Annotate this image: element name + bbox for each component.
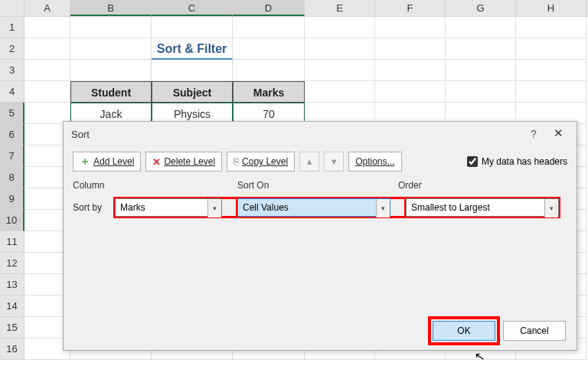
col-header-b[interactable]: B	[70, 0, 152, 16]
move-down-button[interactable]: ▼	[324, 152, 344, 172]
chevron-down-icon: ▾	[376, 199, 390, 217]
col-header-g[interactable]: G	[446, 0, 516, 16]
row-header[interactable]: 8	[0, 167, 24, 188]
dialog-footer: OK Cancel	[433, 321, 566, 341]
column-headers: A B C D E F G H	[0, 0, 588, 17]
options-button[interactable]: Options...	[348, 152, 401, 172]
row-header[interactable]: 1	[0, 17, 24, 38]
col-header-c[interactable]: C	[152, 0, 233, 16]
row-header[interactable]: 10	[0, 210, 24, 231]
row-header[interactable]: 5	[0, 103, 24, 124]
copy-level-button[interactable]: ⎘Copy Level	[227, 152, 295, 172]
row-header[interactable]: 6	[0, 124, 24, 145]
dialog-body: Column Sort On Order Sort by Marks ▾ Cel…	[64, 177, 577, 224]
delete-level-button[interactable]: ✕Delete Level	[145, 152, 222, 172]
row-header[interactable]: 12	[0, 253, 24, 274]
headers-checkbox[interactable]	[467, 156, 478, 167]
cancel-button[interactable]: Cancel	[503, 321, 566, 341]
col-header-h[interactable]: H	[516, 0, 586, 16]
dialog-toolbar: ＋Add Level ✕Delete Level ⎘Copy Level ▲ ▼…	[64, 146, 577, 177]
headers-checkbox-wrap[interactable]: My data has headers	[467, 156, 567, 167]
sort-level-row: Sort by Marks ▾ Cell Values ▾ Smallest t…	[73, 197, 567, 218]
chevron-down-icon: ▾	[207, 199, 221, 217]
sort-order-combo[interactable]: Smallest to Largest ▾	[406, 198, 559, 217]
copy-icon: ⎘	[234, 156, 239, 167]
add-level-button[interactable]: ＋Add Level	[73, 152, 141, 172]
row-header[interactable]: 9	[0, 188, 24, 210]
sort-by-label: Sort by	[73, 202, 115, 213]
row-header[interactable]: 11	[0, 231, 24, 253]
ok-button[interactable]: OK	[433, 321, 495, 341]
col-header-e[interactable]: E	[305, 0, 375, 16]
row-header[interactable]: 2	[0, 38, 24, 60]
dialog-titlebar[interactable]: Sort ? ✕	[64, 122, 577, 146]
table-header-subject[interactable]: Subject	[152, 81, 233, 103]
col-header-sorton: Sort On	[237, 180, 398, 197]
row-header[interactable]: 7	[0, 145, 24, 167]
help-button[interactable]: ?	[526, 128, 541, 140]
close-button[interactable]: ✕	[547, 126, 569, 142]
title-cell[interactable]: Sort & Filter	[152, 38, 233, 60]
col-header-f[interactable]: F	[375, 0, 446, 16]
dialog-title: Sort	[71, 129, 526, 140]
sort-column-combo[interactable]: Marks ▾	[115, 198, 222, 217]
sort-headers: Column Sort On Order	[73, 180, 567, 197]
headers-checkbox-label: My data has headers	[482, 156, 567, 167]
move-up-button[interactable]: ▲	[299, 152, 319, 172]
x-icon: ✕	[152, 156, 161, 168]
plus-icon: ＋	[80, 155, 90, 168]
row-header[interactable]: 15	[0, 317, 24, 338]
col-header-order: Order	[398, 180, 559, 197]
row-header[interactable]: 14	[0, 296, 24, 317]
row-header[interactable]: 3	[0, 60, 24, 81]
sort-dialog: Sort ? ✕ ＋Add Level ✕Delete Level ⎘Copy …	[63, 121, 577, 351]
table-header-marks[interactable]: Marks	[233, 81, 305, 103]
table-header-student[interactable]: Student	[70, 81, 152, 103]
row-header[interactable]: 4	[0, 81, 24, 103]
col-header-a[interactable]: A	[24, 0, 70, 16]
select-all-corner[interactable]	[0, 0, 24, 16]
chevron-down-icon: ▾	[544, 199, 558, 217]
row-header[interactable]: 16	[0, 338, 24, 360]
row-header[interactable]: 13	[0, 274, 24, 296]
col-header-column: Column	[73, 180, 115, 197]
col-header-d[interactable]: D	[233, 0, 305, 16]
sort-on-combo[interactable]: Cell Values ▾	[237, 198, 390, 217]
